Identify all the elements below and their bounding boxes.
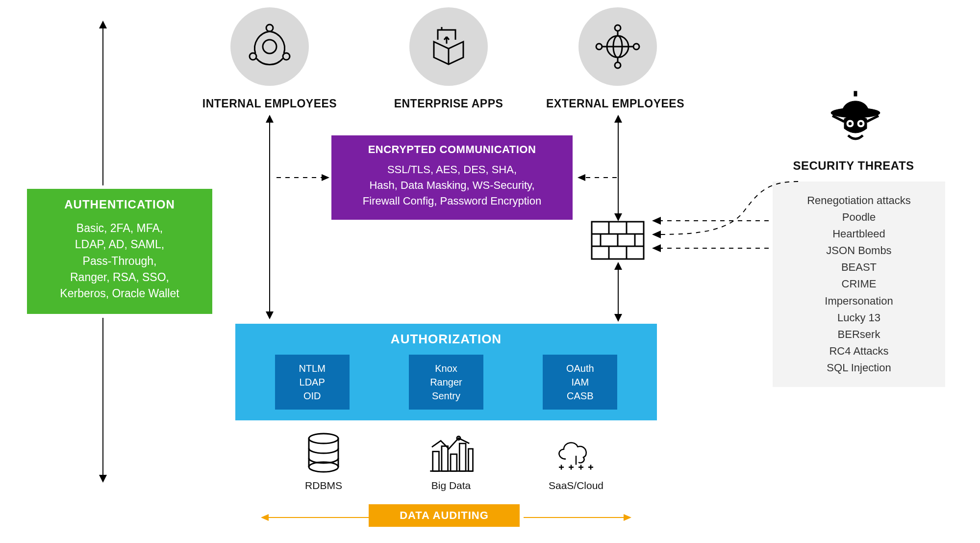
external-to-firewall-arrow — [608, 113, 628, 223]
svg-point-0 — [263, 40, 276, 53]
external-to-encryption-arrow — [575, 172, 619, 183]
external-employees-label: EXTERNAL EMPLOYEES — [539, 97, 691, 110]
bigdata-label: Big Data — [414, 480, 488, 491]
svg-marker-38 — [261, 514, 269, 521]
internal-employees-label: INTERNAL EMPLOYEES — [194, 97, 346, 110]
svg-marker-64 — [614, 213, 622, 221]
authorization-group: OAuth IAM CASB — [543, 355, 617, 410]
auth-vertical-span-arrow — [93, 20, 113, 483]
svg-marker-72 — [652, 244, 661, 252]
rdbms-label: RDBMS — [289, 480, 358, 491]
svg-rect-26 — [468, 449, 473, 471]
saas-cloud-icon — [537, 432, 615, 476]
authentication-title: AUTHENTICATION — [39, 198, 201, 211]
svg-marker-63 — [614, 115, 622, 123]
internal-employees-icon — [230, 7, 309, 86]
authorization-group: Knox Ranger Sentry — [409, 355, 483, 410]
authentication-line: Basic, 2FA, MFA, — [39, 220, 201, 236]
authorization-item: LDAP — [300, 375, 325, 389]
svg-point-8 — [615, 62, 621, 68]
encryption-line: SSL/TLS, AES, DES, SHA, — [345, 162, 559, 178]
authorization-item: NTLM — [299, 362, 325, 375]
svg-marker-69 — [614, 314, 622, 322]
external-employees-icon — [578, 7, 657, 86]
svg-point-2 — [250, 53, 256, 60]
firewall-icon — [591, 221, 645, 262]
svg-marker-40 — [624, 514, 631, 521]
authorization-item: OID — [303, 389, 321, 403]
firewall-to-authorization-arrow — [608, 260, 628, 324]
saas-cloud-label: SaaS/Cloud — [537, 480, 615, 491]
svg-marker-68 — [614, 262, 622, 270]
authorization-item: Knox — [435, 362, 457, 375]
svg-rect-52 — [854, 91, 857, 96]
svg-point-55 — [849, 122, 852, 125]
svg-point-56 — [859, 122, 862, 125]
authorization-item: OAuth — [566, 362, 594, 375]
svg-point-10 — [633, 44, 639, 50]
svg-marker-58 — [266, 115, 274, 123]
threat-item: Lucky 13 — [780, 310, 937, 326]
svg-point-7 — [615, 25, 621, 31]
svg-marker-71 — [652, 217, 661, 225]
authentication-line: Kerberos, Oracle Wallet — [39, 285, 201, 302]
authentication-line: LDAP, AD, SAML, — [39, 236, 201, 253]
authorization-panel: AUTHORIZATION NTLM LDAP OID Knox Ranger … — [235, 324, 657, 420]
threat-item: Impersonation — [780, 293, 937, 310]
svg-marker-18 — [99, 475, 107, 483]
authentication-panel: AUTHENTICATION Basic, 2FA, MFA, LDAP, AD… — [27, 189, 212, 314]
threat-item: RC4 Attacks — [780, 343, 937, 360]
svg-point-1 — [266, 25, 273, 31]
rdbms-icon — [289, 432, 358, 476]
encryption-title: ENCRYPTED COMMUNICATION — [345, 143, 559, 156]
svg-rect-22 — [433, 451, 439, 471]
audit-left-arrow — [260, 513, 373, 522]
data-auditing-bar: DATA AUDITING — [369, 504, 520, 527]
svg-rect-23 — [442, 446, 448, 471]
encryption-body: SSL/TLS, AES, DES, SHA, Hash, Data Maski… — [345, 162, 559, 209]
enterprise-apps-icon — [409, 7, 488, 86]
authentication-body: Basic, 2FA, MFA, LDAP, AD, SAML, Pass-Th… — [39, 220, 201, 302]
threat-item: BERserk — [780, 326, 937, 343]
svg-rect-25 — [459, 443, 466, 471]
svg-marker-59 — [266, 311, 274, 319]
svg-point-19 — [309, 434, 338, 443]
threat-item: SQL Injection — [780, 360, 937, 376]
svg-marker-61 — [322, 174, 329, 181]
svg-marker-66 — [578, 174, 585, 181]
authorization-item: CASB — [567, 389, 593, 403]
internal-vertical-arrow — [260, 113, 279, 321]
svg-rect-24 — [451, 454, 457, 471]
threats-to-firewall-arrows — [646, 157, 808, 280]
authentication-line: Pass-Through, — [39, 253, 201, 269]
authorization-item: Sentry — [432, 389, 460, 403]
authorization-item: IAM — [572, 375, 589, 389]
internal-to-encryption-arrow — [275, 172, 331, 183]
authorization-title: AUTHORIZATION — [245, 332, 647, 347]
hacker-icon — [824, 88, 887, 149]
authorization-group: NTLM LDAP OID — [275, 355, 350, 410]
encryption-line: Firewall Config, Password Encryption — [345, 193, 559, 209]
authentication-line: Ranger, RSA, SSO, — [39, 269, 201, 285]
svg-marker-70 — [652, 231, 661, 238]
authorization-item: Ranger — [430, 375, 462, 389]
svg-point-9 — [596, 44, 602, 50]
bigdata-icon — [414, 432, 488, 476]
enterprise-apps-label: ENTERPRISE APPS — [387, 97, 510, 110]
svg-point-3 — [283, 53, 290, 60]
audit-right-arrow — [520, 513, 632, 522]
data-auditing-label: DATA AUDITING — [400, 509, 489, 521]
encryption-line: Hash, Data Masking, WS-Security, — [345, 178, 559, 193]
encryption-panel: ENCRYPTED COMMUNICATION SSL/TLS, AES, DE… — [331, 135, 573, 220]
svg-marker-17 — [99, 21, 107, 28]
